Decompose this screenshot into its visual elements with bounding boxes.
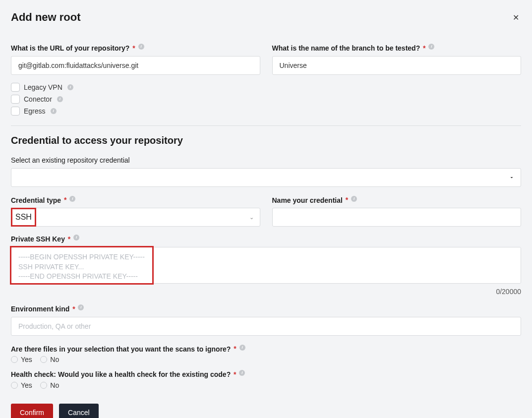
info-icon[interactable]: i: [428, 44, 434, 50]
credential-section-title: Credential to access your repository: [11, 135, 521, 146]
egress-checkbox[interactable]: [11, 107, 20, 116]
ignore-question-text: Are there files in your selection that y…: [11, 345, 231, 353]
ignore-yes-radio[interactable]: [11, 356, 18, 363]
divider: [11, 125, 521, 126]
cred-type-value: SSH: [11, 208, 36, 227]
legacy-vpn-checkbox[interactable]: [11, 83, 20, 92]
ssh-key-label: Private SSH Key * i: [11, 235, 521, 243]
health-no-label: No: [50, 381, 59, 389]
existing-cred-select[interactable]: [11, 168, 521, 187]
modal-title: Add new root: [11, 11, 81, 24]
cred-name-label: Name your credential * i: [272, 196, 522, 204]
cred-type-select[interactable]: SSH ⌄: [11, 208, 260, 227]
chevron-down-icon: ⌄: [249, 214, 254, 221]
close-icon[interactable]: ✕: [511, 13, 521, 22]
required-mark: *: [346, 196, 348, 204]
info-icon[interactable]: i: [351, 196, 357, 202]
required-mark: *: [234, 370, 236, 378]
info-icon[interactable]: i: [239, 370, 245, 376]
info-icon[interactable]: i: [73, 235, 79, 240]
info-icon[interactable]: i: [57, 96, 63, 102]
required-mark: *: [132, 44, 135, 52]
health-yes-radio[interactable]: [11, 382, 18, 389]
conector-checkbox[interactable]: [11, 95, 20, 104]
branch-label-text: What is the name of the branch to be tes…: [272, 44, 420, 52]
info-icon[interactable]: i: [138, 44, 144, 50]
ssh-key-label-text: Private SSH Key: [11, 235, 65, 243]
confirm-button[interactable]: Confirm: [11, 404, 53, 418]
cred-type-label: Credential type * i: [11, 196, 260, 204]
ignore-no-radio[interactable]: [40, 356, 47, 363]
char-counter: 0/20000: [11, 288, 521, 296]
cred-name-label-text: Name your credential: [272, 196, 343, 204]
health-question-text: Health check: Would you like a health ch…: [11, 370, 231, 378]
ignore-no-label: No: [50, 356, 59, 363]
info-icon[interactable]: i: [239, 345, 245, 351]
ignore-yes-label: Yes: [21, 356, 32, 363]
info-icon[interactable]: i: [78, 304, 84, 310]
required-mark: *: [234, 345, 236, 353]
branch-input[interactable]: [272, 56, 522, 75]
existing-cred-label: Select an existing repository credential: [11, 156, 521, 164]
health-question: Health check: Would you like a health ch…: [11, 370, 521, 378]
branch-label: What is the name of the branch to be tes…: [272, 44, 522, 52]
conector-label: Conector: [24, 95, 52, 103]
required-mark: *: [68, 235, 70, 243]
health-yes-label: Yes: [21, 381, 32, 389]
cancel-button[interactable]: Cancel: [59, 404, 99, 418]
repo-url-label: What is the URL of your repository? * i: [11, 44, 260, 52]
cred-type-label-text: Credential type: [11, 196, 61, 204]
legacy-vpn-label: Legacy VPN: [24, 83, 62, 91]
egress-label: Egress: [24, 107, 46, 115]
health-no-radio[interactable]: [40, 382, 47, 389]
repo-url-input[interactable]: [11, 56, 260, 75]
env-kind-label: Environment kind * i: [11, 304, 521, 313]
required-mark: *: [423, 44, 425, 52]
required-mark: *: [64, 196, 66, 204]
ignore-question: Are there files in your selection that y…: [11, 345, 521, 353]
cred-name-input[interactable]: [272, 208, 522, 227]
info-icon[interactable]: i: [51, 108, 57, 114]
env-kind-label-text: Environment kind: [11, 305, 69, 313]
info-icon[interactable]: i: [67, 84, 73, 90]
required-mark: *: [72, 305, 75, 313]
info-icon[interactable]: i: [69, 196, 75, 202]
ssh-key-textarea[interactable]: [11, 247, 521, 284]
repo-url-label-text: What is the URL of your repository?: [11, 44, 129, 52]
env-kind-input[interactable]: [11, 317, 521, 336]
